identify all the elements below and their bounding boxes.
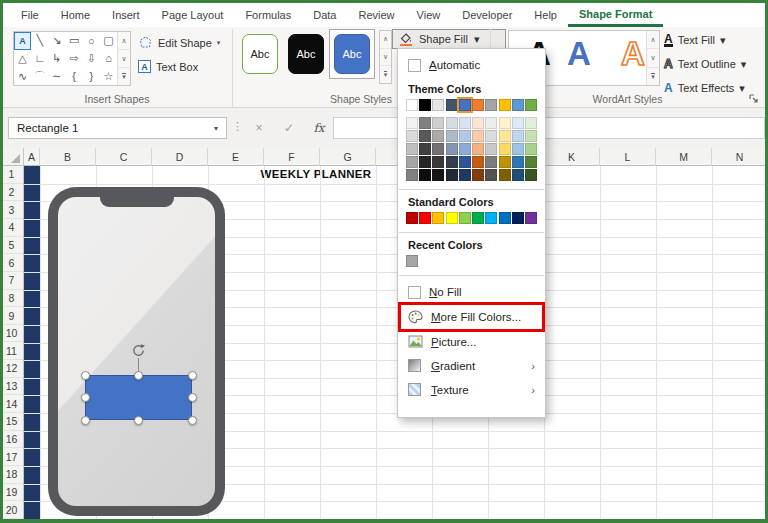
- chevron-down-icon[interactable]: ▾: [214, 124, 218, 133]
- shape-left-brace-icon[interactable]: {: [66, 67, 83, 85]
- variant-color-ffe699[interactable]: [499, 130, 511, 142]
- variant-color-e2efda[interactable]: [525, 117, 537, 129]
- column-header-e[interactable]: E: [208, 148, 264, 166]
- variant-color-8eaadb[interactable]: [459, 143, 471, 155]
- variant-color-d9d9d9[interactable]: [406, 130, 418, 142]
- shape-elbow-arrow-icon[interactable]: ↳: [48, 50, 65, 68]
- standard-color-ffc000[interactable]: [432, 212, 444, 224]
- tab-review[interactable]: Review: [347, 3, 405, 27]
- selection-handle[interactable]: [134, 416, 143, 425]
- row-header-7[interactable]: 7: [0, 272, 23, 290]
- column-header-n[interactable]: N: [712, 148, 768, 166]
- row-header-11[interactable]: 11: [0, 343, 23, 361]
- standard-color-002060[interactable]: [512, 212, 524, 224]
- menu-item-gradient[interactable]: Gradient ›: [398, 354, 545, 378]
- styles-up-icon[interactable]: ∧: [380, 31, 391, 49]
- theme-color-70ad47[interactable]: [525, 99, 537, 111]
- variant-color-161616[interactable]: [432, 169, 444, 181]
- wordart-up-icon[interactable]: ∧: [647, 31, 659, 49]
- shape-snip-corner-rect-icon[interactable]: ⌂: [100, 50, 117, 68]
- column-header-l[interactable]: L: [600, 148, 656, 166]
- edit-shape-button[interactable]: Edit Shape ▾: [134, 33, 224, 52]
- selection-handle[interactable]: [81, 371, 90, 380]
- tab-insert[interactable]: Insert: [101, 3, 151, 27]
- row-header-13[interactable]: 13: [0, 378, 23, 396]
- shape-right-brace-icon[interactable]: }: [83, 67, 100, 85]
- shape-star-icon[interactable]: ☆: [100, 67, 117, 85]
- gallery-more-icon[interactable]: ▾: [118, 68, 130, 85]
- variant-color-d0cece[interactable]: [432, 117, 444, 129]
- variant-color-843c0c[interactable]: [472, 169, 484, 181]
- tab-shape-format[interactable]: Shape Format: [568, 3, 663, 27]
- variant-color-c6e0b4[interactable]: [525, 130, 537, 142]
- variant-color-1f4e79[interactable]: [512, 169, 524, 181]
- select-all-button[interactable]: [0, 148, 24, 166]
- gallery-up-icon[interactable]: ∧: [118, 32, 130, 50]
- column-header-d[interactable]: D: [152, 148, 208, 166]
- text-outline-button[interactable]: A Text Outline ▾: [664, 54, 746, 74]
- selection-handle[interactable]: [134, 371, 143, 380]
- insert-shapes-gallery[interactable]: A╲↘▭○▢△∟↳⇨⇩⌂∿⌒∼{}☆ ∧ ∨ ▾: [13, 31, 131, 86]
- shape-style-preset-outline[interactable]: Abc: [242, 34, 278, 74]
- tab-file[interactable]: File: [10, 3, 50, 27]
- row-header-1[interactable]: 1: [0, 166, 23, 184]
- variant-color-222b35[interactable]: [446, 169, 458, 181]
- theme-color-5b9bd5[interactable]: [512, 99, 524, 111]
- tab-home[interactable]: Home: [50, 3, 101, 27]
- shape-down-arrow-icon[interactable]: ⇩: [83, 50, 100, 68]
- standard-color-7030a0[interactable]: [525, 212, 537, 224]
- variant-color-f8cbad[interactable]: [472, 130, 484, 142]
- row-header-6[interactable]: 6: [0, 254, 23, 272]
- selection-handle[interactable]: [188, 371, 197, 380]
- variant-color-acb9ca[interactable]: [446, 130, 458, 142]
- shape-triangle-icon[interactable]: △: [14, 50, 31, 68]
- column-header-c[interactable]: C: [96, 148, 152, 166]
- variant-color-2e75b6[interactable]: [512, 156, 524, 168]
- wordart-style-orange-outline[interactable]: A: [621, 35, 645, 73]
- tab-formulas[interactable]: Formulas: [234, 3, 302, 27]
- standard-color-00b0f0[interactable]: [485, 212, 497, 224]
- shape-styles-scroll[interactable]: ∧ ∨ ▾: [379, 30, 392, 84]
- menu-item-texture[interactable]: Texture ›: [398, 378, 545, 402]
- shape-oval-icon[interactable]: ○: [83, 32, 100, 50]
- rotate-handle-icon[interactable]: [130, 342, 147, 359]
- column-header-m[interactable]: M: [656, 148, 712, 166]
- menu-item-more-fill-colors[interactable]: More Fill Colors...: [398, 304, 545, 330]
- variant-color-bdd7ee[interactable]: [512, 130, 524, 142]
- variant-color-808080[interactable]: [419, 117, 431, 129]
- shape-scribble-icon[interactable]: ∿: [14, 67, 31, 85]
- shape-style-preset-blue-selected[interactable]: Abc: [334, 34, 370, 74]
- variant-color-bfbfbf[interactable]: [406, 143, 418, 155]
- shape-elbow-connector-icon[interactable]: ∟: [31, 50, 48, 68]
- variant-color-757171[interactable]: [432, 143, 444, 155]
- variant-color-a6a6a6[interactable]: [406, 156, 418, 168]
- variant-color-fff2cc[interactable]: [499, 117, 511, 129]
- variant-color-a9d18e[interactable]: [525, 143, 537, 155]
- theme-color-ffffff[interactable]: [406, 99, 418, 111]
- row-header-3[interactable]: 3: [0, 201, 23, 219]
- variant-color-333f50[interactable]: [446, 156, 458, 168]
- tab-developer[interactable]: Developer: [451, 3, 523, 27]
- variant-color-3a3838[interactable]: [432, 156, 444, 168]
- selection-handle[interactable]: [188, 393, 197, 402]
- variant-color-404040[interactable]: [419, 143, 431, 155]
- tab-view[interactable]: View: [406, 3, 452, 27]
- variant-color-b4c6e7[interactable]: [459, 130, 471, 142]
- theme-color-000000[interactable]: [419, 99, 431, 111]
- menu-item-no-fill[interactable]: No Fill: [398, 280, 545, 304]
- standard-color-00b050[interactable]: [472, 212, 484, 224]
- variant-color-fbe5d6[interactable]: [472, 117, 484, 129]
- variant-color-dbdbdb[interactable]: [485, 130, 497, 142]
- row-header-10[interactable]: 10: [0, 325, 23, 343]
- row-header-14[interactable]: 14: [0, 395, 23, 413]
- variant-color-d6dce4[interactable]: [446, 117, 458, 129]
- formula-bar-grip[interactable]: ⋮: [232, 120, 243, 133]
- theme-color-a5a5a5[interactable]: [485, 99, 497, 111]
- variant-color-aeaaaa[interactable]: [432, 130, 444, 142]
- selection-handle[interactable]: [81, 416, 90, 425]
- text-fill-button[interactable]: A Text Fill ▾: [664, 30, 725, 50]
- shape-right-arrow-icon[interactable]: ⇨: [66, 50, 83, 68]
- variant-color-7c7c7c[interactable]: [485, 156, 497, 168]
- column-header-b[interactable]: B: [40, 148, 96, 166]
- theme-color-ffc000[interactable]: [499, 99, 511, 111]
